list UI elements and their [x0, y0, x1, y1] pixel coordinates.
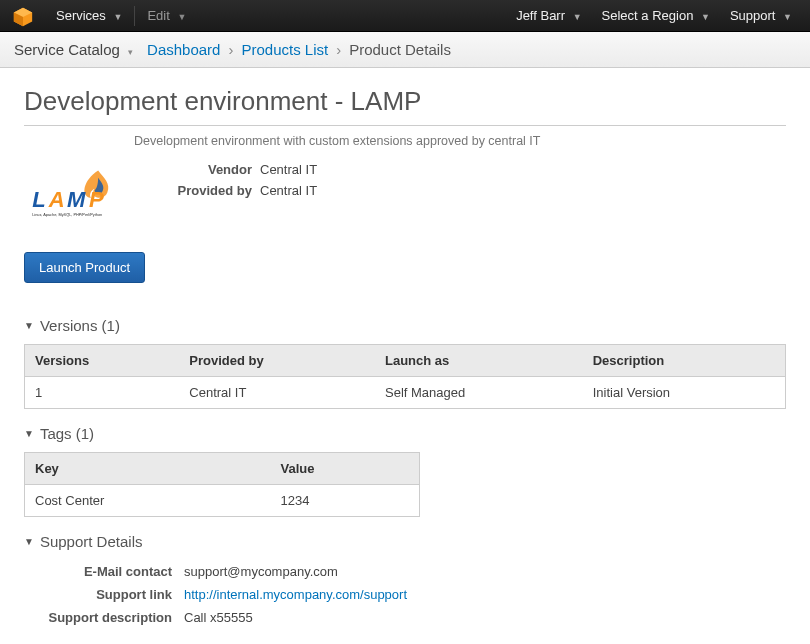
- breadcrumb-product-details: Product Details: [349, 41, 451, 58]
- tags-header[interactable]: ▼ Tags (1): [24, 421, 786, 446]
- product-description: Development environment with custom exte…: [134, 134, 786, 148]
- breadcrumb-products-list[interactable]: Products List: [241, 41, 328, 58]
- chevron-right-icon: ›: [336, 41, 341, 58]
- logo-letter-p: P: [89, 187, 104, 212]
- topbar: Services ▼ Edit ▼ Jeff Barr ▼ Select a R…: [0, 0, 810, 32]
- col-value: Value: [271, 453, 420, 485]
- region-label: Select a Region: [602, 8, 694, 23]
- product-logo: L A M P Linux, Apache, MySQL, PHP/Perl/P…: [24, 162, 132, 222]
- col-launchas: Launch as: [375, 345, 583, 377]
- caret-down-icon: ▼: [177, 12, 186, 22]
- logo-tagline: Linux, Apache, MySQL, PHP/Perl/Python: [32, 213, 102, 217]
- logo-letter-l: L: [32, 187, 45, 212]
- divider: [134, 6, 135, 26]
- support-header[interactable]: ▼ Support Details: [24, 529, 786, 554]
- caret-down-icon: ▾: [128, 47, 133, 57]
- support-label: Support: [730, 8, 776, 23]
- region-menu[interactable]: Select a Region ▼: [592, 0, 720, 32]
- content: Development environment - LAMP Developme…: [0, 68, 810, 644]
- logo-letter-m: M: [67, 187, 86, 212]
- service-name-label: Service Catalog: [14, 41, 120, 58]
- table-row[interactable]: Cost Center 1234: [25, 485, 420, 517]
- cell-version: 1: [25, 377, 180, 409]
- versions-header[interactable]: ▼ Versions (1): [24, 313, 786, 338]
- providedby-value: Central IT: [260, 183, 317, 198]
- support-link-value[interactable]: http://internal.mycompany.com/support: [184, 587, 407, 602]
- services-label: Services: [56, 8, 106, 23]
- cell-providedby: Central IT: [179, 377, 375, 409]
- support-section: ▼ Support Details E-Mail contact support…: [24, 529, 786, 625]
- logo-letter-a: A: [48, 187, 65, 212]
- table-row[interactable]: 1 Central IT Self Managed Initial Versio…: [25, 377, 786, 409]
- services-menu[interactable]: Services ▼: [46, 0, 132, 32]
- col-description: Description: [583, 345, 786, 377]
- user-menu[interactable]: Jeff Barr ▼: [506, 0, 591, 32]
- caret-down-icon: ▼: [24, 536, 34, 547]
- support-title: Support Details: [40, 533, 143, 550]
- caret-down-icon: ▼: [24, 320, 34, 331]
- caret-down-icon: ▼: [24, 428, 34, 439]
- caret-down-icon: ▼: [783, 12, 792, 22]
- cell-key: Cost Center: [25, 485, 271, 517]
- service-name-dropdown[interactable]: Service Catalog ▾: [14, 41, 133, 58]
- support-desc-label: Support description: [24, 610, 184, 625]
- col-providedby: Provided by: [179, 345, 375, 377]
- product-info: L A M P Linux, Apache, MySQL, PHP/Perl/P…: [24, 162, 786, 222]
- support-desc-value: Call x55555: [184, 610, 253, 625]
- chevron-right-icon: ›: [228, 41, 233, 58]
- caret-down-icon: ▼: [701, 12, 710, 22]
- vendor-label: Vendor: [150, 162, 260, 177]
- support-menu[interactable]: Support ▼: [720, 0, 802, 32]
- tags-title: Tags (1): [40, 425, 94, 442]
- tags-section: ▼ Tags (1) Key Value Cost Center 1234: [24, 421, 786, 517]
- vendor-value: Central IT: [260, 162, 317, 177]
- edit-menu[interactable]: Edit ▼: [137, 0, 196, 32]
- edit-label: Edit: [147, 8, 169, 23]
- breadcrumb-dashboard[interactable]: Dashboard: [147, 41, 220, 58]
- caret-down-icon: ▼: [113, 12, 122, 22]
- breadcrumb-bar: Service Catalog ▾ Dashboard › Products L…: [0, 32, 810, 68]
- launch-product-button[interactable]: Launch Product: [24, 252, 145, 283]
- versions-table: Versions Provided by Launch as Descripti…: [24, 344, 786, 409]
- col-key: Key: [25, 453, 271, 485]
- versions-section: ▼ Versions (1) Versions Provided by Laun…: [24, 313, 786, 409]
- page-title: Development environment - LAMP: [24, 86, 786, 126]
- col-versions: Versions: [25, 345, 180, 377]
- versions-title: Versions (1): [40, 317, 120, 334]
- tags-table: Key Value Cost Center 1234: [24, 452, 420, 517]
- providedby-label: Provided by: [150, 183, 260, 198]
- cell-description: Initial Version: [583, 377, 786, 409]
- support-link-label: Support link: [24, 587, 184, 602]
- support-email-label: E-Mail contact: [24, 564, 184, 579]
- support-email-value: support@mycompany.com: [184, 564, 338, 579]
- cell-launchas: Self Managed: [375, 377, 583, 409]
- caret-down-icon: ▼: [573, 12, 582, 22]
- cell-value: 1234: [271, 485, 420, 517]
- user-label: Jeff Barr: [516, 8, 565, 23]
- aws-cube-icon[interactable]: [12, 6, 36, 26]
